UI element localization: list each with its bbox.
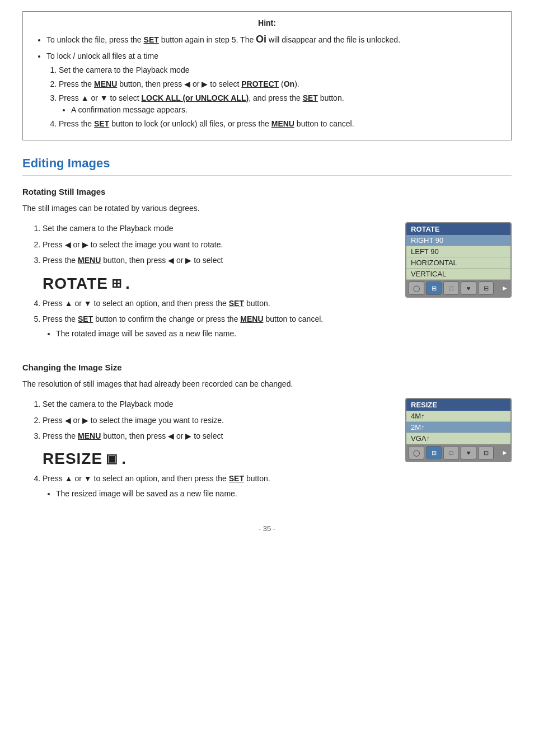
- hint-list: To unlock the file, press the SET button…: [33, 32, 501, 130]
- resize-tb-btn-5[interactable]: ⊟: [478, 446, 494, 459]
- rotate-item-left90: LEFT 90: [406, 246, 510, 257]
- hint-bullet-2: To lock / unlock all files at a time Set…: [46, 50, 501, 130]
- resizing-steps-2: Press ▲ or ▼ to select an option, and th…: [22, 472, 394, 500]
- rotate-item-horizontal: HORIZONTAL: [406, 257, 510, 269]
- resize-camera-screen-col: RESIZE 4M↑ 2M↑ VGA↑ ◯ ⊞ □ ♥ ⊟ ►: [405, 398, 512, 462]
- rotate-item-vertical: VERTICAL: [406, 269, 510, 280]
- hint-b2-steps: Set the camera to the Playback mode Pres…: [46, 64, 501, 130]
- resize-screen-title: RESIZE: [406, 399, 510, 411]
- hint-step-3-sub: A confirmation message appears.: [59, 104, 501, 116]
- rotate-camera-screen: ROTATE RIGHT 90 LEFT 90 HORIZONTAL VERTI…: [405, 222, 512, 298]
- rotate-text: ROTATE: [43, 275, 108, 293]
- rotating-text-col: Set the camera to the Playback mode Pres…: [22, 222, 394, 348]
- resize-toolbar: ◯ ⊞ □ ♥ ⊟ ►: [406, 444, 510, 461]
- resize-tb-btn-1[interactable]: ◯: [409, 446, 424, 459]
- resize-tb-btn-4[interactable]: ♥: [461, 446, 476, 459]
- rotate-arrow-right: ►: [502, 284, 508, 292]
- resize-tb-btn-3[interactable]: □: [443, 446, 459, 459]
- rotate-icon: ⊞: [111, 276, 122, 291]
- section-title: Editing Images: [22, 156, 512, 176]
- hint-b1-text1: To unlock the file, press the: [46, 35, 144, 44]
- rotate-step-2: Press ◀ or ▶ to select the image you wan…: [43, 238, 394, 251]
- resize-item-vga: VGA↑: [406, 433, 510, 444]
- resizing-steps: Set the camera to the Playback mode Pres…: [22, 398, 394, 442]
- resizing-body: The resolution of still images that had …: [22, 378, 512, 390]
- resizing-subtitle: Changing the Image Size: [22, 363, 512, 372]
- rotating-body: The still images can be rotated by vario…: [22, 202, 512, 214]
- resizing-subsection: Changing the Image Size The resolution o…: [22, 363, 512, 508]
- page-number: - 35 -: [22, 524, 512, 533]
- resize-step-4-sub: The resized image will be saved as a new…: [43, 487, 394, 500]
- rotate-step-3: Press the MENU button, then press ◀ or ▶…: [43, 254, 394, 266]
- rotating-steps-2: Press ▲ or ▼ to select an option, and th…: [22, 297, 394, 340]
- resize-text: RESIZE: [43, 450, 102, 468]
- resize-camera-screen: RESIZE 4M↑ 2M↑ VGA↑ ◯ ⊞ □ ♥ ⊟ ►: [405, 398, 512, 462]
- rotate-tb-btn-2[interactable]: ⊞: [426, 281, 442, 295]
- resize-tb-btn-2[interactable]: ⊞: [426, 446, 442, 459]
- rotate-camera-screen-col: ROTATE RIGHT 90 LEFT 90 HORIZONTAL VERTI…: [405, 222, 512, 298]
- resizing-content: Set the camera to the Playback mode Pres…: [22, 398, 512, 508]
- rotate-period: .: [125, 275, 130, 293]
- resize-step-1: Set the camera to the Playback mode: [43, 398, 394, 410]
- rotate-screen-title: ROTATE: [406, 223, 510, 235]
- rotate-tb-btn-3[interactable]: □: [443, 281, 459, 295]
- hint-b1-bold1: SET: [144, 35, 159, 44]
- rotate-tb-btn-4[interactable]: ♥: [461, 281, 476, 295]
- rotate-tb-btn-5[interactable]: ⊟: [478, 281, 494, 295]
- hint-b1-text3: will disappear and the file is unlocked.: [269, 35, 400, 44]
- rotate-step-5-bullet: The rotated image will be saved as a new…: [56, 327, 394, 340]
- hint-step-3: Press ▲ or ▼ to select LOCK ALL (or UNLO…: [59, 92, 501, 116]
- rotating-steps: Set the camera to the Playback mode Pres…: [22, 222, 394, 266]
- resize-icon: ▣: [106, 452, 118, 466]
- rotate-item-right90: RIGHT 90: [406, 235, 510, 246]
- rotate-step-4: Press ▲ or ▼ to select an option, and th…: [43, 297, 394, 309]
- resize-item-2m: 2M↑: [406, 422, 510, 433]
- resize-period: .: [121, 450, 127, 468]
- rotate-label: ROTATE ⊞ .: [43, 275, 394, 293]
- resize-step-4-bullet: The resized image will be saved as a new…: [56, 487, 394, 500]
- resize-step-3: Press the MENU button, then press ◀ or ▶…: [43, 430, 394, 442]
- rotate-step-5-sub: The rotated image will be saved as a new…: [43, 327, 394, 340]
- resizing-text-col: Set the camera to the Playback mode Pres…: [22, 398, 394, 508]
- rotating-subsection: Rotating Still Images The still images c…: [22, 187, 512, 348]
- hint-step-1: Set the camera to the Playback mode: [59, 64, 501, 76]
- hint-title: Hint:: [33, 18, 501, 27]
- resize-step-2: Press ◀ or ▶ to select the image you wan…: [43, 414, 394, 426]
- hint-step-3-bullet: A confirmation message appears.: [71, 104, 501, 116]
- hint-box: Hint: To unlock the file, press the SET …: [22, 11, 512, 140]
- hint-b1-text2: button again in step 5. The: [161, 35, 256, 44]
- hint-b1-symbol: Oi: [256, 34, 266, 45]
- rotating-subtitle: Rotating Still Images: [22, 187, 512, 196]
- hint-bullet-1: To unlock the file, press the SET button…: [46, 32, 501, 47]
- hint-step-4: Press the SET button to lock (or unlock)…: [59, 118, 501, 130]
- resize-label: RESIZE ▣ .: [43, 450, 394, 468]
- rotate-step-5: Press the SET button to confirm the chan…: [43, 313, 394, 340]
- hint-b2-intro: To lock / unlock all files at a time: [46, 51, 158, 60]
- hint-step-2: Press the MENU button, then press ◀ or ▶…: [59, 78, 501, 90]
- rotate-step-1: Set the camera to the Playback mode: [43, 222, 394, 234]
- rotate-tb-btn-1[interactable]: ◯: [409, 281, 424, 295]
- resize-step-4: Press ▲ or ▼ to select an option, and th…: [43, 472, 394, 500]
- rotate-toolbar: ◯ ⊞ □ ♥ ⊟ ►: [406, 280, 510, 297]
- resize-item-4m: 4M↑: [406, 411, 510, 422]
- rotating-content: Set the camera to the Playback mode Pres…: [22, 222, 512, 348]
- editing-images-section: Editing Images Rotating Still Images The…: [22, 156, 512, 508]
- resize-arrow-right: ►: [502, 449, 508, 457]
